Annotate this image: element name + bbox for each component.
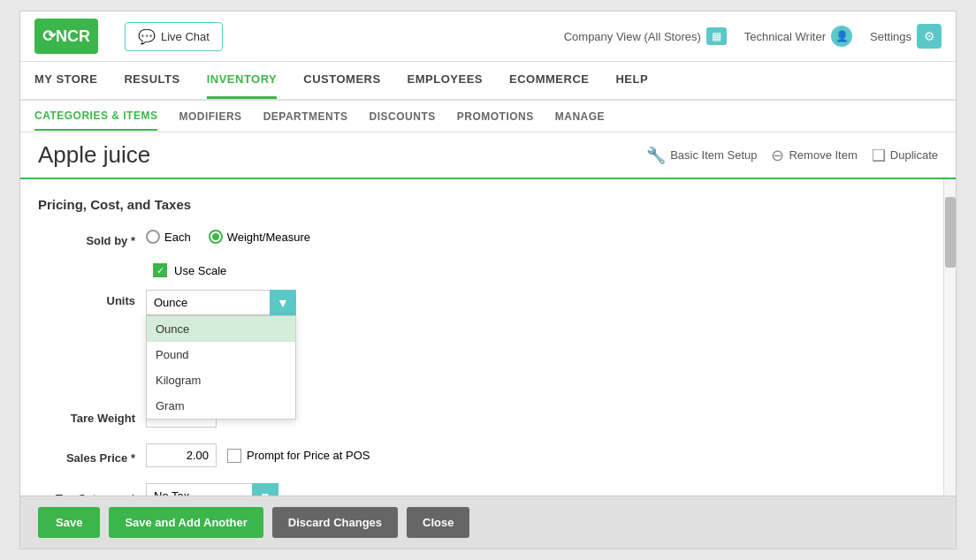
subnav-departments[interactable]: DEPARTMENTS xyxy=(263,103,348,130)
subnav-modifiers[interactable]: MODIFIERS xyxy=(179,103,241,130)
nav-help[interactable]: HELP xyxy=(615,62,648,99)
units-row: Units Ounce ▼ Ounce Pound Kilogram Gram xyxy=(38,290,926,315)
sales-price-label: Sales Price * xyxy=(38,447,135,465)
sold-by-radio-group: Each Weight/Measure xyxy=(146,230,310,244)
units-option-ounce[interactable]: Ounce xyxy=(147,316,295,342)
units-option-gram[interactable]: Gram xyxy=(147,393,295,419)
section-title: Pricing, Cost, and Taxes xyxy=(38,197,926,212)
use-scale-label: Use Scale xyxy=(174,264,226,277)
radio-each-circle xyxy=(146,230,160,244)
prompt-price-checkbox-label[interactable]: Prompt for Price at POS xyxy=(227,449,370,463)
save-and-add-button[interactable]: Save and Add Another xyxy=(109,507,263,538)
units-dropdown-display: Ounce ▼ xyxy=(146,290,296,315)
radio-each[interactable]: Each xyxy=(146,230,191,244)
logo: ⟳NCR xyxy=(34,19,98,54)
tax-category-dropdown-wrapper: No Tax ▼ xyxy=(146,483,278,496)
use-scale-row: ✓ Use Scale xyxy=(153,263,926,277)
scrollbar-track xyxy=(943,179,956,496)
settings-gear-button[interactable]: ⚙ xyxy=(917,24,942,49)
close-button[interactable]: Close xyxy=(407,507,469,538)
subnav-promotions[interactable]: PROMOTIONS xyxy=(457,103,534,130)
duplicate-button[interactable]: ❑ Duplicate xyxy=(872,146,938,165)
units-option-pound[interactable]: Pound xyxy=(147,342,295,367)
chat-icon: 💬 xyxy=(138,28,156,45)
units-dropdown-list: Ounce Pound Kilogram Gram xyxy=(146,315,296,420)
live-chat-label: Live Chat xyxy=(161,30,210,43)
tech-writer: Technical Writer 👤 xyxy=(744,26,852,47)
tax-category-display: No Tax ▼ xyxy=(146,483,278,496)
subnav-categories-items[interactable]: CATEGORIES & ITEMS xyxy=(34,102,157,131)
units-dropdown-button[interactable]: ▼ xyxy=(270,290,296,315)
tech-writer-label: Technical Writer xyxy=(744,30,826,43)
sold-by-label: Sold by * xyxy=(38,230,135,247)
company-view: Company View (All Stores) ▦ xyxy=(564,27,727,45)
sold-by-row: Sold by * Each Weight/Measure xyxy=(38,230,926,247)
tax-category-label: Tax Category * xyxy=(38,488,135,496)
sold-by-controls: Each Weight/Measure xyxy=(146,230,310,244)
tare-weight-label: Tare Weight xyxy=(38,407,135,425)
sales-price-row: Sales Price * Prompt for Price at POS xyxy=(38,443,926,467)
footer: Save Save and Add Another Discard Change… xyxy=(20,496,956,549)
tax-category-row: Tax Category * No Tax ▼ xyxy=(38,483,926,496)
person-icon: 👤 xyxy=(831,26,852,47)
radio-weight-circle xyxy=(209,230,223,244)
live-chat-button[interactable]: 💬 Live Chat xyxy=(125,22,223,51)
basic-item-setup-label: Basic Item Setup xyxy=(670,148,757,162)
company-view-label: Company View (All Stores) xyxy=(564,30,701,43)
remove-icon: ⊖ xyxy=(771,146,784,165)
page-title: Apple juice xyxy=(38,141,150,169)
subnav-discounts[interactable]: DISCOUNTS xyxy=(370,103,436,130)
page-actions: 🔧 Basic Item Setup ⊖ Remove Item ❑ Dupli… xyxy=(646,146,938,165)
sub-nav: CATEGORIES & ITEMS MODIFIERS DEPARTMENTS… xyxy=(20,101,956,132)
use-scale-checkbox[interactable]: ✓ xyxy=(153,263,167,277)
settings-label: Settings xyxy=(870,30,911,43)
nav-ecommerce[interactable]: ECOMMERCE xyxy=(509,62,589,99)
units-dropdown-wrapper: Ounce ▼ Ounce Pound Kilogram Gram xyxy=(146,290,296,315)
units-label: Units xyxy=(38,290,135,307)
subnav-manage[interactable]: MANAGE xyxy=(555,103,605,130)
company-icon: ▦ xyxy=(706,27,727,45)
radio-weight-label: Weight/Measure xyxy=(227,231,310,244)
sales-price-input[interactable] xyxy=(146,443,217,467)
main-nav: MY STORE RESULTS INVENTORY CUSTOMERS EMP… xyxy=(20,62,956,101)
radio-each-label: Each xyxy=(164,231,191,244)
ncr-logo-icon: ⟳NCR xyxy=(42,26,90,46)
nav-customers[interactable]: CUSTOMERS xyxy=(303,62,380,99)
duplicate-icon: ❑ xyxy=(872,146,886,165)
scrollbar-thumb[interactable] xyxy=(945,197,956,268)
main-content: Pricing, Cost, and Taxes Sold by * Each xyxy=(20,179,943,496)
nav-inventory[interactable]: INVENTORY xyxy=(207,62,278,99)
nav-my-store[interactable]: MY STORE xyxy=(34,62,97,99)
save-button[interactable]: Save xyxy=(38,507,100,538)
top-right-area: Company View (All Stores) ▦ Technical Wr… xyxy=(564,24,942,49)
nav-employees[interactable]: EMPLOYEES xyxy=(408,62,483,99)
units-option-kilogram[interactable]: Kilogram xyxy=(147,367,295,393)
page-header: Apple juice 🔧 Basic Item Setup ⊖ Remove … xyxy=(20,132,956,179)
tax-dropdown-button[interactable]: ▼ xyxy=(252,483,278,496)
radio-weight-measure[interactable]: Weight/Measure xyxy=(209,230,310,244)
remove-item-button[interactable]: ⊖ Remove Item xyxy=(771,146,857,165)
basic-item-setup-button[interactable]: 🔧 Basic Item Setup xyxy=(646,146,757,165)
discard-changes-button[interactable]: Discard Changes xyxy=(272,507,398,538)
radio-dot xyxy=(212,233,219,240)
remove-item-label: Remove Item xyxy=(789,148,857,162)
wrench-icon: 🔧 xyxy=(646,146,666,165)
nav-results[interactable]: RESULTS xyxy=(124,62,179,99)
content-wrapper: Pricing, Cost, and Taxes Sold by * Each xyxy=(20,179,956,496)
prompt-price-label: Prompt for Price at POS xyxy=(247,449,370,462)
top-bar: ⟳NCR 💬 Live Chat Company View (All Store… xyxy=(20,11,956,62)
duplicate-label: Duplicate xyxy=(890,148,938,162)
prompt-price-checkbox[interactable] xyxy=(227,449,241,463)
settings-area: Settings ⚙ xyxy=(870,24,942,49)
